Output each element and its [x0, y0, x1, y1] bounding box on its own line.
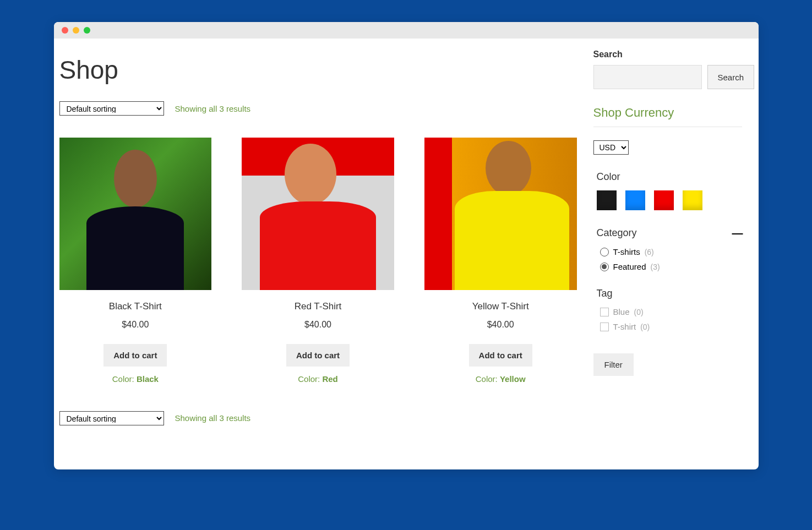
tag-label: Blue: [613, 307, 630, 316]
product-title: Black T-Shirt: [59, 301, 212, 312]
product-price: $40.00: [424, 320, 577, 330]
currency-select[interactable]: USD: [593, 140, 629, 155]
category-item[interactable]: Featured (3): [600, 262, 742, 271]
product-card[interactable]: Yellow T-Shirt $40.00 Add to cart Color:…: [424, 138, 577, 384]
tag-item[interactable]: Blue (0): [600, 307, 742, 316]
add-to-cart-button[interactable]: Add to cart: [469, 344, 532, 367]
category-label: T-shirts: [613, 247, 640, 256]
search-input[interactable]: [593, 65, 702, 89]
category-item[interactable]: T-shirts (6): [600, 247, 742, 256]
category-list: T-shirts (6) Featured (3): [597, 247, 742, 271]
tag-count: (0): [640, 323, 650, 331]
tag-label: T-shirt: [613, 322, 636, 331]
add-to-cart-button[interactable]: Add to cart: [286, 344, 350, 367]
add-to-cart-button[interactable]: Add to cart: [103, 344, 167, 367]
sidebar: Search Search Shop Currency USD Color: [588, 50, 742, 447]
product-price: $40.00: [59, 320, 212, 330]
tag-count: (0): [634, 308, 644, 316]
product-title: Yellow T-Shirt: [424, 301, 577, 312]
result-count: Showing all 3 results: [175, 104, 251, 113]
color-label: Color:: [112, 374, 134, 384]
color-swatches: [597, 190, 742, 210]
color-label: Color:: [476, 374, 498, 384]
page-content: Shop Default sorting Showing all 3 resul…: [54, 39, 759, 469]
color-label: Color:: [298, 374, 320, 384]
sort-select[interactable]: Default sorting: [59, 101, 164, 116]
search-button[interactable]: Search: [707, 65, 755, 89]
swatch-blue[interactable]: [625, 190, 645, 210]
tag-filter-widget: Tag Blue (0) T-shirt (0): [593, 288, 742, 331]
color-filter-widget: Color: [593, 171, 742, 210]
category-count: (6): [645, 248, 654, 256]
tag-item[interactable]: T-shirt (0): [600, 322, 742, 331]
color-filter-title: Color: [597, 171, 742, 183]
category-filter-widget: Category — T-shirts (6) Featured (3): [593, 227, 742, 271]
top-toolbar: Default sorting Showing all 3 results: [59, 101, 577, 116]
collapse-icon[interactable]: —: [732, 227, 742, 239]
swatch-black[interactable]: [597, 190, 617, 210]
color-value: Yellow: [500, 374, 526, 384]
divider: [593, 127, 742, 127]
category-header: Category —: [597, 227, 742, 239]
product-card[interactable]: Black T-Shirt $40.00 Add to cart Color: …: [59, 138, 212, 384]
product-grid: Black T-Shirt $40.00 Add to cart Color: …: [59, 138, 577, 384]
currency-title: Shop Currency: [593, 106, 742, 120]
product-card[interactable]: Red T-Shirt $40.00 Add to cart Color: Re…: [242, 138, 394, 384]
category-title: Category: [597, 227, 637, 239]
product-image[interactable]: [424, 138, 577, 290]
product-image[interactable]: [59, 138, 212, 290]
checkbox-icon[interactable]: [600, 308, 609, 316]
sort-select-bottom[interactable]: Default sorting: [59, 411, 164, 425]
page-title: Shop: [59, 55, 577, 85]
product-color-line: Color: Black: [59, 374, 212, 384]
window-minimize-icon[interactable]: [73, 27, 79, 34]
main-column: Shop Default sorting Showing all 3 resul…: [59, 50, 588, 447]
color-value: Black: [137, 374, 159, 384]
product-title: Red T-Shirt: [242, 301, 394, 312]
window-maximize-icon[interactable]: [84, 27, 90, 34]
product-color-line: Color: Red: [242, 374, 394, 384]
result-count-bottom: Showing all 3 results: [175, 413, 251, 423]
tag-title: Tag: [597, 288, 742, 299]
product-price: $40.00: [242, 320, 394, 330]
window-close-icon[interactable]: [62, 27, 68, 34]
search-row: Search: [593, 65, 742, 89]
checkbox-icon[interactable]: [600, 323, 609, 331]
radio-icon[interactable]: [600, 248, 609, 256]
swatch-yellow[interactable]: [683, 190, 702, 210]
search-label: Search: [593, 50, 742, 59]
filter-button[interactable]: Filter: [593, 353, 634, 376]
category-count: (3): [651, 263, 660, 271]
bottom-toolbar: Default sorting Showing all 3 results: [59, 411, 577, 425]
window-titlebar: [54, 22, 759, 39]
product-color-line: Color: Yellow: [424, 374, 577, 384]
product-image[interactable]: [242, 138, 394, 290]
tag-list: Blue (0) T-shirt (0): [597, 307, 742, 331]
browser-window: Shop Default sorting Showing all 3 resul…: [54, 22, 759, 469]
color-value: Red: [322, 374, 337, 384]
swatch-red[interactable]: [654, 190, 674, 210]
radio-icon[interactable]: [600, 263, 609, 271]
category-label: Featured: [613, 262, 646, 271]
currency-widget: Shop Currency USD: [593, 106, 742, 155]
search-widget: Search Search: [593, 50, 742, 89]
